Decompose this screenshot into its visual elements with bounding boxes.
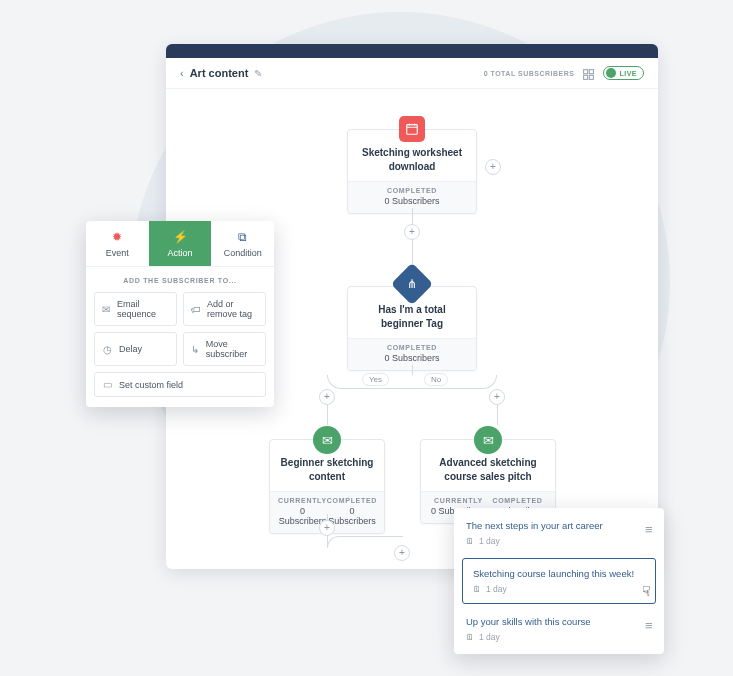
event-badge-icon — [399, 116, 425, 142]
back-chevron-icon[interactable]: ‹ — [180, 67, 184, 79]
tab-label: Event — [90, 248, 145, 258]
add-step-yes-button[interactable]: + — [319, 389, 335, 405]
action-badge-icon: ✉ — [313, 426, 341, 454]
email-row-active[interactable]: Sketching course launching this week! 🗓1… — [462, 558, 656, 604]
connector — [412, 208, 413, 225]
branch-no-label: No — [424, 373, 448, 386]
email-title: Sketching course launching this week! — [473, 568, 645, 579]
action-badge-icon: ✉ — [474, 426, 502, 454]
tab-label: Condition — [215, 248, 270, 258]
cursor-hand-icon: ☟ — [642, 583, 651, 599]
add-step-no-button[interactable]: + — [489, 389, 505, 405]
add-step-merge-button[interactable]: + — [394, 545, 410, 561]
connector — [412, 365, 413, 375]
svg-rect-4 — [407, 125, 418, 135]
mail-stack-icon: ✉ — [102, 304, 111, 315]
tab-label: Action — [153, 248, 208, 258]
node-status: COMPLETED — [356, 187, 468, 194]
option-set-custom-field[interactable]: ▭Set custom field — [94, 372, 266, 397]
action-icon: ⚡ — [153, 231, 208, 245]
col-label: CURRENTLY — [429, 497, 488, 504]
breadcrumb-title[interactable]: Art content — [190, 67, 249, 79]
node-subscribers: 0 Subscribers — [356, 196, 468, 206]
tab-event[interactable]: ✹ Event — [86, 221, 149, 266]
svg-rect-0 — [584, 69, 588, 73]
condition-icon: ⧉ — [215, 231, 270, 245]
drag-handle-icon[interactable]: ≡ — [645, 618, 654, 633]
layout-icon[interactable] — [582, 67, 595, 80]
connector — [327, 405, 328, 425]
node-status: COMPLETED — [356, 344, 468, 351]
add-step-button[interactable]: + — [319, 520, 335, 536]
add-step-button[interactable]: + — [404, 224, 420, 240]
picker-tabs: ✹ Event ⚡ Action ⧉ Condition — [86, 221, 274, 267]
drag-handle-icon[interactable]: ≡ — [645, 522, 654, 537]
option-move-subscriber[interactable]: ↳Move subscriber — [183, 332, 266, 366]
calendar-icon: 🗓 — [473, 584, 482, 594]
email-meta: 1 day — [486, 584, 507, 594]
svg-rect-2 — [584, 75, 588, 79]
svg-rect-3 — [590, 75, 594, 79]
option-delay[interactable]: ◷Delay — [94, 332, 177, 366]
event-icon: ✹ — [90, 231, 145, 245]
email-row[interactable]: The next steps in your art career 🗓1 day… — [454, 512, 664, 554]
option-email-sequence[interactable]: ✉Email sequence — [94, 292, 177, 326]
edit-icon[interactable]: ✎ — [254, 68, 262, 79]
connector — [497, 405, 498, 425]
email-title: Up your skills with this course — [466, 616, 652, 627]
email-meta: 1 day — [479, 536, 500, 546]
tab-condition[interactable]: ⧉ Condition — [211, 221, 274, 266]
connector — [327, 536, 403, 548]
tag-icon: 🏷 — [191, 304, 201, 315]
move-icon: ↳ — [191, 344, 200, 355]
email-sequence-popover: The next steps in your art career 🗓1 day… — [454, 508, 664, 654]
email-title: The next steps in your art career — [466, 520, 652, 531]
col-label: CURRENTLY — [278, 497, 327, 504]
live-dot-icon — [606, 68, 616, 78]
section-heading: ADD THE SUBSCRIBER TO... — [86, 267, 274, 292]
panel-top-bar — [166, 44, 658, 58]
tab-action[interactable]: ⚡ Action — [149, 221, 212, 266]
calendar-icon: 🗓 — [466, 632, 475, 642]
col-label: COMPLETED — [327, 497, 377, 504]
node-start-event[interactable]: Sketching worksheet download COMPLETED 0… — [347, 129, 477, 214]
live-toggle[interactable]: LIVE — [603, 66, 644, 80]
action-picker-panel: ✹ Event ⚡ Action ⧉ Condition ADD THE SUB… — [86, 221, 274, 407]
calendar-icon: 🗓 — [466, 536, 475, 546]
total-subscribers-label: 0 TOTAL SUBSCRIBERS — [484, 70, 575, 77]
email-meta: 1 day — [479, 632, 500, 642]
add-sibling-button[interactable]: + — [485, 159, 501, 175]
panel-header: ‹ Art content ✎ 0 TOTAL SUBSCRIBERS LIVE — [166, 58, 658, 89]
email-row[interactable]: Up your skills with this course 🗓1 day ≡ — [454, 608, 664, 650]
col-value: 0 Subscribers — [327, 506, 377, 526]
live-label: LIVE — [619, 70, 637, 77]
svg-rect-1 — [590, 69, 594, 73]
option-add-remove-tag[interactable]: 🏷Add or remove tag — [183, 292, 266, 326]
field-icon: ▭ — [102, 379, 113, 390]
node-condition[interactable]: ⋔ Has I'm a total beginner Tag COMPLETED… — [347, 286, 477, 371]
node-subscribers: 0 Subscribers — [356, 353, 468, 363]
clock-icon: ◷ — [102, 344, 113, 355]
col-label: COMPLETED — [488, 497, 547, 504]
branch-yes-label: Yes — [362, 373, 389, 386]
